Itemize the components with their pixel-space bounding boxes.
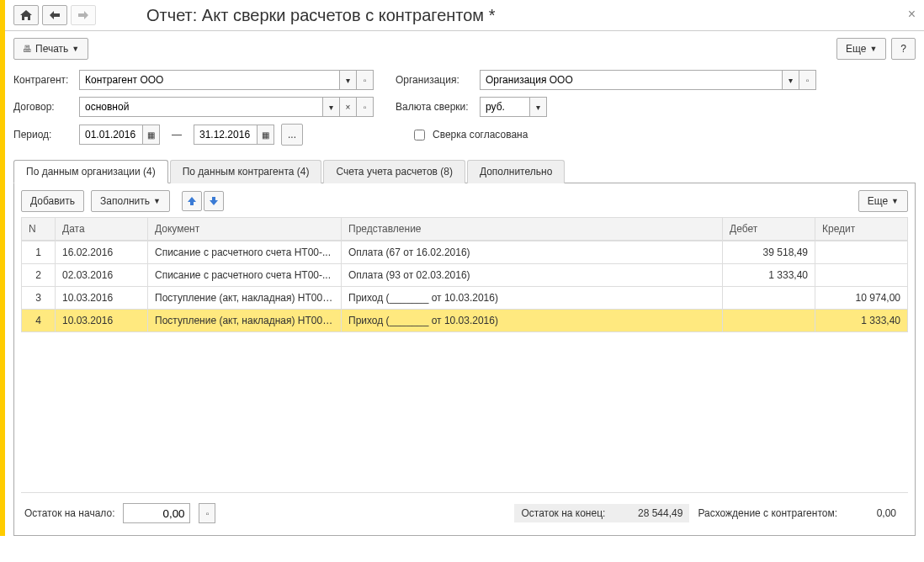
reconciled-checkbox[interactable] [414,130,425,140]
dropdown-icon[interactable]: ▾ [530,97,547,117]
chevron-down-icon: ▼ [869,45,877,53]
org-input[interactable] [480,70,783,90]
col-n[interactable]: N [22,218,56,241]
period-from-input[interactable] [79,125,143,145]
org-label: Организация: [396,74,473,86]
move-down-button[interactable] [204,191,224,211]
tab-2[interactable]: Счета учета расчетов (8) [323,160,465,183]
counterparty-label: Контрагент: [13,74,72,86]
chevron-down-icon: ▼ [72,45,79,53]
chevron-down-icon: ▼ [153,197,161,205]
contract-label: Договор: [13,101,72,113]
period-to-input[interactable] [194,125,258,145]
table-row[interactable]: 116.02.2016Списание с расчетного счета Н… [22,241,908,264]
table-row[interactable]: 310.03.2016Поступление (акт, накладная) … [22,287,908,310]
period-select-button[interactable]: ... [281,124,303,146]
open-icon[interactable]: ▫ [357,97,374,117]
dropdown-icon[interactable]: ▾ [340,70,357,90]
tab-0[interactable]: По данным организации (4) [13,160,168,183]
col-document[interactable]: Документ [148,218,342,241]
open-icon[interactable]: ▫ [357,70,374,90]
diff-label: Расхождение с контрагентом: [698,507,837,519]
contract-input[interactable] [79,97,323,117]
forward-button[interactable] [71,5,96,25]
open-icon[interactable]: ▫ [799,70,816,90]
tab-1[interactable]: По данным контрагента (4) [170,160,322,183]
balance-start-input[interactable] [123,503,190,523]
back-button[interactable] [42,5,67,25]
period-label: Период: [13,129,72,140]
table-row[interactable]: 202.03.2016Списание с расчетного счета Н… [22,264,908,287]
open-icon[interactable]: ▫ [199,503,215,523]
balance-start-label: Остаток на начало: [24,507,114,519]
reconciled-label: Сверка согласована [433,129,528,140]
table-header: N Дата Документ Представление Дебет Кред… [22,218,908,241]
more-button[interactable]: Еще ▼ [836,38,886,60]
print-button[interactable]: 🖶 Печать ▼ [13,38,88,60]
chevron-down-icon: ▼ [891,197,899,205]
tab-3[interactable]: Дополнительно [467,160,565,183]
help-button[interactable]: ? [891,38,916,60]
page-title: Отчет: Акт сверки расчетов с контрагенто… [146,6,495,25]
currency-input[interactable] [480,97,530,117]
col-representation[interactable]: Представление [342,218,723,241]
col-date[interactable]: Дата [56,218,148,241]
table-row[interactable]: 410.03.2016Поступление (акт, накладная) … [22,310,908,332]
calendar-icon[interactable]: ▦ [258,125,274,145]
counterparty-input[interactable] [79,70,340,90]
currency-label: Валюта сверки: [396,101,473,113]
diff-value: 0,00 [846,507,896,519]
home-button[interactable] [13,5,39,25]
add-button[interactable]: Добавить [21,190,84,212]
fill-button[interactable]: Заполнить ▼ [91,190,170,212]
balance-end-block: Остаток на конец: 28 544,49 [514,504,689,522]
dropdown-icon[interactable]: ▾ [783,70,799,90]
move-up-button[interactable] [182,191,202,211]
calendar-icon[interactable]: ▦ [143,125,160,145]
close-icon[interactable]: × [908,7,916,22]
printer-icon: 🖶 [23,44,32,54]
dropdown-icon[interactable]: ▾ [323,97,340,117]
col-credit[interactable]: Кредит [815,218,908,241]
grid-more-button[interactable]: Еще ▼ [858,190,908,212]
clear-icon[interactable]: × [340,97,357,117]
col-debit[interactable]: Дебет [723,218,815,241]
